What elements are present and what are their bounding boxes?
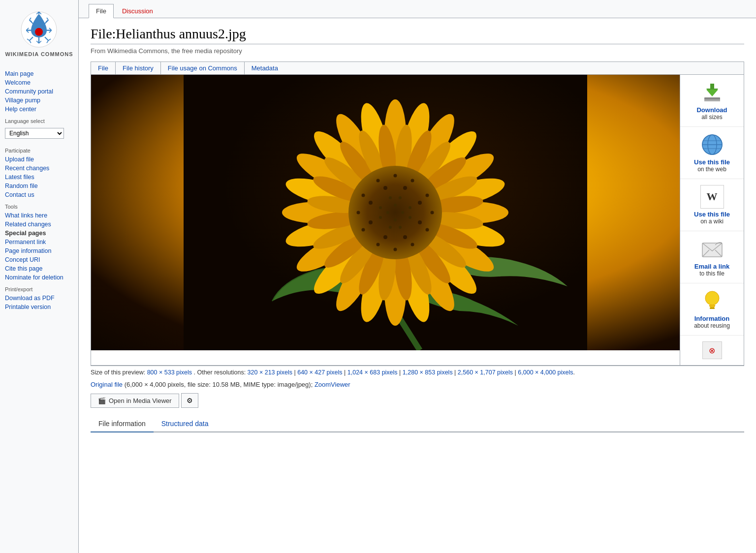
original-file-info: Original file (6,000 × 4,000 pixels, fil… [91, 381, 744, 388]
use-wiki-action[interactable]: W Use this file on a wiki [680, 179, 744, 231]
sidebar-item-recent-changes[interactable]: Recent changes [5, 164, 73, 172]
svg-point-70 [431, 211, 434, 215]
wiki-icon: W [700, 185, 724, 209]
page-subtitle: From Wikimedia Commons, the free media r… [91, 47, 744, 55]
original-file-link[interactable]: Original file [91, 381, 123, 388]
caption-preview-link[interactable]: 800 × 533 pixels [147, 369, 192, 376]
page-tabs-bar: File Discussion [79, 0, 756, 18]
print-section-label: Print/export [5, 286, 73, 292]
file-tab-file[interactable]: File [91, 62, 116, 74]
info-label-main: Information [694, 315, 730, 322]
download-action[interactable]: Download all sizes [680, 75, 744, 127]
media-settings-button[interactable]: ⚙ [181, 393, 198, 408]
svg-point-65 [411, 243, 414, 246]
file-tab-history[interactable]: File history [116, 62, 161, 74]
sidebar-item-download-pdf[interactable]: Download as PDF [5, 294, 73, 302]
file-tab-usage[interactable]: File usage on Commons [161, 62, 245, 74]
logo-image [19, 10, 59, 49]
original-file-details: (6,000 × 4,000 pixels, file size: 10.58 … [125, 381, 313, 388]
sidebar-item-help-center[interactable]: Help center [5, 105, 73, 113]
svg-point-56 [418, 220, 422, 224]
sidebar-item-concept-uri[interactable]: Concept URI [5, 256, 73, 264]
use-wiki-label-sub: on a wiki [700, 218, 724, 225]
sidebar-item-contact-us[interactable]: Contact us [5, 191, 73, 199]
sidebar-item-related-changes[interactable]: Related changes [5, 220, 73, 228]
svg-point-68 [362, 194, 365, 197]
download-label-sub: all sizes [701, 114, 723, 121]
sidebar-item-special-pages[interactable]: Special pages [5, 229, 73, 237]
file-image-container[interactable] [91, 75, 680, 365]
sidebar-item-cite-page[interactable]: Cite this page [5, 265, 73, 273]
svg-point-74 [389, 196, 392, 199]
zoom-viewer-link[interactable]: ZoomViewer [315, 381, 350, 388]
resolution-1024[interactable]: 1,024 × 683 pixels [347, 369, 398, 376]
sidebar-item-community-portal[interactable]: Community portal [5, 88, 73, 95]
language-section-label: Language select [5, 118, 73, 124]
sidebar-item-printable-version[interactable]: Printable version [5, 303, 73, 311]
resolution-320[interactable]: 320 × 213 pixels [248, 369, 292, 376]
svg-point-72 [357, 211, 360, 215]
open-media-viewer-label: Open in Media Viewer [109, 397, 172, 404]
tab-file-information[interactable]: File information [91, 416, 154, 432]
svg-point-69 [394, 174, 397, 178]
svg-point-1 [35, 28, 43, 36]
language-select[interactable]: English [5, 128, 64, 139]
email-icon [700, 237, 724, 261]
resolution-640[interactable]: 640 × 427 pixels [297, 369, 342, 376]
svg-point-83 [394, 218, 397, 221]
resolution-1280[interactable]: 1,280 × 853 pixels [403, 369, 453, 376]
svg-point-59 [369, 220, 373, 224]
use-web-action[interactable]: Use this file on the web [680, 127, 744, 179]
svg-point-75 [409, 206, 411, 209]
site-name: WIKIMEDIA COMMONS [5, 51, 73, 57]
svg-point-82 [401, 211, 404, 214]
sidebar-item-main-page[interactable]: Main page [5, 70, 73, 78]
media-viewer-icon: 🎬 [98, 397, 106, 404]
bulb-icon [700, 289, 724, 313]
site-logo[interactable]: WIKIMEDIA COMMONS [0, 5, 78, 62]
svg-rect-99 [710, 307, 715, 309]
svg-rect-86 [704, 99, 720, 101]
open-media-viewer-button[interactable]: 🎬 Open in Media Viewer [91, 394, 179, 408]
sunflower-svg [91, 75, 680, 350]
sidebar-item-what-links-here[interactable]: What links here [5, 212, 73, 219]
svg-point-62 [377, 179, 380, 183]
page-title: File:Helianthus annuus2.jpg [91, 26, 744, 44]
information-action[interactable]: Information about reusing [680, 283, 744, 336]
sidebar-item-village-pump[interactable]: Village pump [5, 96, 73, 104]
use-web-label-main: Use this file [694, 158, 730, 166]
sidebar-item-permanent-link[interactable]: Permanent link [5, 238, 73, 246]
use-web-label-sub: on the web [697, 166, 726, 173]
svg-point-66 [377, 243, 380, 246]
svg-point-71 [394, 248, 397, 251]
svg-point-81 [394, 204, 397, 207]
svg-point-60 [369, 201, 373, 205]
bottom-tabs-bar: File information Structured data [91, 416, 744, 432]
resolution-6000[interactable]: 6,000 × 4,000 pixels [518, 369, 573, 376]
page-content: File:Helianthus annuus2.jpg From Wikimed… [79, 18, 756, 440]
sidebar-item-welcome[interactable]: Welcome [5, 79, 73, 87]
tab-file[interactable]: File [89, 4, 114, 18]
image-area: Download all sizes [91, 74, 744, 366]
svg-point-80 [379, 206, 382, 209]
tab-discussion[interactable]: Discussion [115, 4, 160, 18]
email-action[interactable]: Email a link to this file [680, 231, 744, 283]
resolution-2560[interactable]: 2,560 × 1,707 pixels [458, 369, 513, 376]
broken-image-icon: ⊗ [702, 341, 722, 359]
sidebar-item-latest-files[interactable]: Latest files [5, 173, 73, 181]
tab-structured-data[interactable]: Structured data [154, 416, 217, 431]
file-image [91, 75, 680, 350]
svg-point-98 [705, 291, 719, 305]
svg-point-54 [383, 186, 387, 190]
info-label-sub: about reusing [694, 322, 730, 329]
svg-point-84 [386, 211, 389, 214]
file-tab-metadata[interactable]: Metadata [245, 62, 285, 74]
svg-point-63 [426, 194, 429, 197]
petals [282, 99, 508, 326]
sidebar-item-page-information[interactable]: Page information [5, 247, 73, 255]
caption-preview-label: Size of this preview: [91, 369, 147, 376]
sidebar-item-random-file[interactable]: Random file [5, 182, 73, 190]
sidebar-item-upload-file[interactable]: Upload file [5, 155, 73, 163]
sidebar-item-nominate-deletion[interactable]: Nominate for deletion [5, 274, 73, 281]
broken-image-action: ⊗ [680, 336, 744, 365]
